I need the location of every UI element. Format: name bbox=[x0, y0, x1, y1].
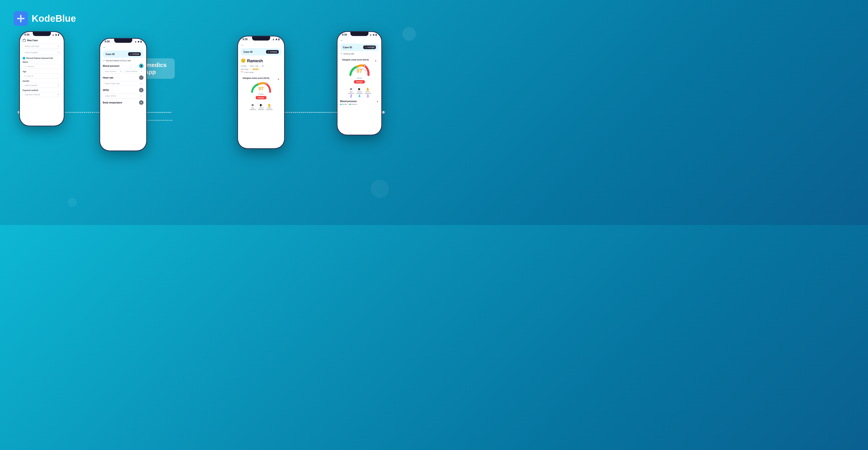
connector-dot-right bbox=[382, 111, 385, 114]
payment-dropdown[interactable]: Payment method ▾ bbox=[23, 92, 61, 97]
gender-dropdown[interactable]: select Gender ▾ bbox=[23, 83, 61, 88]
name-label: Name bbox=[23, 61, 61, 63]
hospital-dropdown[interactable]: select hospital ▾ bbox=[23, 50, 61, 55]
patient-face-icon: 🙂 bbox=[241, 58, 246, 63]
phone4-verbal-icon: 🗣 bbox=[356, 88, 363, 91]
connector-line-1 bbox=[65, 112, 99, 113]
phone2-case-id-value: XYZ123 bbox=[128, 52, 141, 56]
blood-pressure-section: Blood pressure select Systolic ▾ select … bbox=[103, 64, 144, 74]
phone3-case-id-value: XYZ123 bbox=[266, 50, 279, 54]
hr-header: Heart rate ♡ bbox=[103, 75, 144, 80]
bp-dropdowns: select Systolic ▾ select Diastolic ▾ bbox=[103, 69, 144, 74]
thermometer-icon: ⊕ bbox=[141, 102, 142, 104]
svg-rect-3 bbox=[268, 51, 269, 53]
phone1-header: New Case bbox=[23, 39, 61, 42]
payment-placeholder: Payment method bbox=[25, 93, 40, 96]
case-type-dropdown[interactable]: select case type ▾ bbox=[23, 44, 61, 49]
chevron-down-icon-3: ▾ bbox=[58, 84, 59, 86]
phone1-mockup: 9:30 ▲ ◈ ▮ New Case select case type ▾ bbox=[19, 31, 64, 126]
phone1-time: 9:30 bbox=[24, 33, 29, 36]
phone3-gcs-value: 07 bbox=[258, 86, 264, 91]
phone1-battery-icon: ▮ bbox=[58, 33, 59, 36]
name-input[interactable]: ex: Ramesh bbox=[23, 64, 61, 69]
phone4-danger-badge: Danger bbox=[354, 80, 365, 84]
phone4-eye-item: 👁 Eye response 2 bbox=[348, 88, 354, 98]
age-value: 48 bbox=[261, 65, 264, 67]
phone3-case-id-number: XYZ123 bbox=[270, 51, 277, 53]
phone3-back-button[interactable]: ← bbox=[241, 43, 281, 47]
logo-icon bbox=[13, 11, 28, 26]
gender-placeholder: select Gender bbox=[25, 84, 37, 86]
diastolic-legend-item: Diastolic bbox=[349, 104, 357, 105]
spo2-icon: ◎ bbox=[139, 88, 144, 92]
body-temp-icon: ⊕ bbox=[139, 100, 144, 105]
systolic-dropdown[interactable]: select Systolic ▾ bbox=[103, 69, 123, 74]
chevron-down-icon-2: ▾ bbox=[58, 51, 59, 54]
phone1-header-text: New Case bbox=[27, 39, 38, 41]
blood-pressure-legend: Systolic Diastolic bbox=[340, 104, 379, 105]
phone3-time: 9:30 bbox=[243, 38, 248, 40]
age-label: Age bbox=[255, 65, 258, 67]
svg-rect-0 bbox=[23, 39, 26, 41]
phone4-motor-item: ✋ Motor response 3 bbox=[364, 88, 371, 98]
bg-circle-1 bbox=[402, 27, 416, 41]
svg-rect-6 bbox=[365, 47, 366, 48]
phone4-gcs-value: 07 bbox=[357, 68, 362, 74]
name-placeholder: ex: Ramesh bbox=[25, 65, 34, 67]
phone4-eye-value: 2 bbox=[348, 94, 354, 98]
phone4-verbal-item: 🗣 Verbal response 4 bbox=[356, 88, 363, 98]
info-icon: i bbox=[23, 57, 25, 59]
phone1-wifi-icon: ◈ bbox=[55, 33, 57, 36]
phone2-notch bbox=[114, 39, 132, 43]
phone3-gcs-sub: Points bbox=[258, 93, 264, 95]
hr-icon: ♡ bbox=[139, 75, 144, 80]
phone2-status-icons: ▲ ◈ ▮ bbox=[134, 40, 142, 43]
brand-name: KodeBlue bbox=[32, 13, 76, 24]
phone3-content: ← Case ID XYZ123 🙂 Ramesh Gender | Male … bbox=[238, 41, 284, 147]
phone4-notch bbox=[350, 32, 368, 36]
phone4-bp-title: Blood pressure bbox=[340, 100, 357, 103]
phone1-status-icons: ▲ ◈ ▮ bbox=[52, 33, 59, 36]
hr-placeholder: select Heart rate bbox=[105, 82, 120, 85]
phone2-back-button[interactable]: ← bbox=[103, 46, 144, 49]
phone4-danger-badge-container: Danger bbox=[354, 79, 365, 84]
age-input[interactable]: ex: Age 48 bbox=[23, 73, 61, 78]
phone4-back-button[interactable]: ← bbox=[340, 39, 379, 42]
phone3-screen: 9:30 ▲ ◈ ▮ ← Case ID XYZ123 🙂 Ramesh bbox=[238, 36, 284, 148]
payment-label: Payment method bbox=[23, 89, 61, 91]
phone4-gcs-container: Glasgow coma score (GCS) ▲ 3 15 bbox=[340, 57, 379, 86]
record-info-label: Record Patient General Info bbox=[26, 57, 53, 59]
phone3-gcs-scores: 👁 Eye response 🗣 Verbal response ✋ Motor… bbox=[241, 104, 281, 110]
phone4-eye-icon: 👁 bbox=[348, 88, 354, 91]
spo2-dropdown[interactable]: select SPO2 ▾ bbox=[103, 93, 144, 99]
diastolic-dot bbox=[349, 104, 350, 105]
phone3-gcs-title: Glasgow coma score (GCS) bbox=[243, 77, 269, 79]
gcs-title-row: Glasgow coma score (GCS) ▲ bbox=[243, 77, 280, 81]
motor-label: Motor bbox=[266, 107, 273, 109]
body-temp-title: Body temperature bbox=[103, 102, 122, 104]
verbal-response-label: response bbox=[258, 109, 265, 110]
phone4-time: 9:30 bbox=[342, 33, 347, 36]
chevron-down-icon: ▾ bbox=[58, 45, 59, 47]
diastolic-dropdown[interactable]: select Diastolic ▾ bbox=[124, 69, 144, 74]
phone4-gcs-gauge-wrapper: 3 15 07 Points Danger bbox=[342, 62, 377, 84]
phone4-gcs-scores: 👁 Eye response 2 🗣 Verbal response 4 ✋ M… bbox=[340, 88, 379, 98]
phone3-case-id-badge: Case ID XYZ123 bbox=[241, 48, 281, 55]
case-type-row: case type | Stroke bbox=[241, 68, 281, 71]
phone3-wifi-icon: ◈ bbox=[276, 38, 277, 40]
systolic-dot bbox=[340, 104, 342, 105]
distance-text: 2.4km away bbox=[244, 71, 254, 73]
phone2-mockup: 9:30 ▲ ◈ ▮ ← Case ID XYZ123 Record Pat bbox=[99, 38, 147, 151]
chevron-down-icon-4: ▾ bbox=[58, 93, 59, 96]
distance-row: 📍 2.4km away bbox=[241, 71, 281, 73]
phone4-eye-label: Eye bbox=[348, 91, 354, 92]
spo2-title: SPO2 bbox=[103, 89, 109, 91]
svg-point-8 bbox=[364, 65, 365, 66]
heart-rate-dropdown[interactable]: select Heart rate ▾ bbox=[103, 81, 144, 86]
phone2-wifi-icon: ◈ bbox=[138, 40, 140, 43]
phone4-battery-icon: ▮ bbox=[375, 33, 377, 36]
phone3-gcs-container: Glasgow coma score (GCS) ▲ bbox=[241, 75, 281, 102]
bp-icon bbox=[139, 64, 144, 68]
phone2-content: ← Case ID XYZ123 Record Patient VITALS I… bbox=[100, 44, 146, 149]
systolic-legend-text: Systolic bbox=[342, 104, 347, 105]
